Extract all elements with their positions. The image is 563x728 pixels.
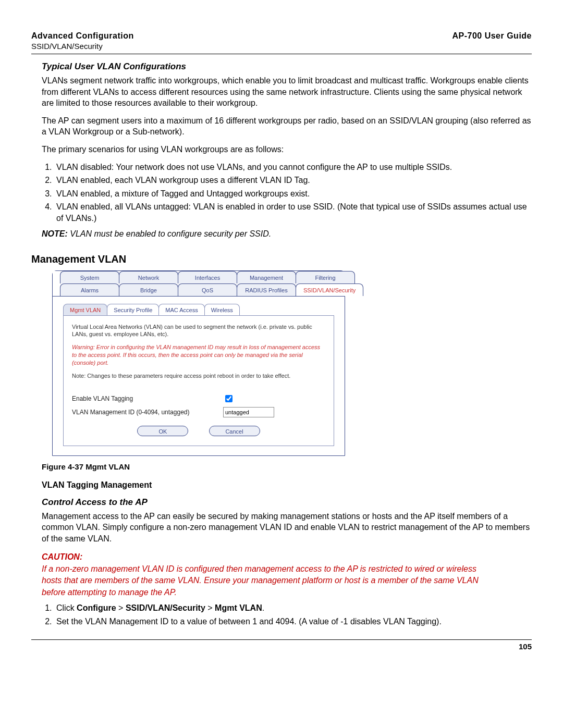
panel-warning: Warning: Error in configuring the VLAN m… [72, 343, 325, 367]
section-title: Advanced Configuration [31, 31, 134, 40]
typical-item-3: VLAN enabled, a mixture of Tagged and Un… [54, 188, 532, 200]
step1-b1: Configure [77, 603, 116, 612]
note-text: VLAN must be enabled to configure securi… [70, 229, 271, 238]
tab-qos[interactable]: QoS [178, 283, 237, 296]
panel-intro: Virtual Local Area Networks (VLAN) can b… [72, 323, 325, 339]
typical-heading: Typical User VLAN Configurations [42, 61, 532, 72]
step1-pre: Click [56, 603, 77, 612]
typical-p2: The AP can segment users into a maximum … [42, 115, 532, 138]
panel-note: Note: Changes to these parameters requir… [72, 372, 325, 380]
tab-ssid-vlan-security[interactable]: SSID/VLAN/Security [296, 283, 363, 296]
note-label: NOTE: [42, 229, 68, 238]
mgmt-vlan-heading: Management VLAN [31, 253, 532, 265]
label-enable-vlan-tagging: Enable VLAN Tagging [72, 395, 223, 402]
step-2: Set the VLAN Management ID to a value of… [54, 616, 532, 627]
typical-note: NOTE: VLAN must be enabled to configure … [42, 229, 532, 239]
subtab-wireless[interactable]: Wireless [204, 304, 240, 315]
running-header: Advanced Configuration AP-700 User Guide [31, 31, 532, 41]
subtab-mac-access[interactable]: MAC Access [158, 304, 204, 315]
control-access-paragraph: Management access to the AP can easily b… [42, 511, 532, 545]
step1-b3: Mgmt VLAN [215, 603, 262, 612]
typical-item-1: VLAN disabled: Your network does not use… [54, 162, 532, 173]
label-vlan-management-id: VLAN Management ID (0-4094, untagged) [72, 409, 223, 416]
subtab-mgmt-vlan[interactable]: Mgmt VLAN [63, 304, 107, 315]
typical-item-4: VLAN enabled, all VLANs untagged: VLAN i… [54, 201, 532, 224]
sub-tab-row: Mgmt VLAN Security Profile MAC Access Wi… [53, 296, 345, 315]
tab-system[interactable]: System [60, 271, 119, 283]
cancel-button[interactable]: Cancel [209, 426, 260, 436]
caution-block: CAUTION: If a non-zero management VLAN I… [42, 551, 532, 598]
figure-caption: Figure 4-37 Mgmt VLAN [42, 462, 532, 471]
step1-gt1: > [116, 603, 126, 612]
subsection-title: SSID/VLAN/Security [31, 42, 532, 51]
tab-filtering[interactable]: Filtering [296, 271, 355, 283]
typical-item-2: VLAN enabled, each VLAN workgroup uses a… [54, 175, 532, 186]
typical-p3: The primary scenarios for using VLAN wor… [42, 144, 532, 155]
checkbox-enable-vlan-tagging[interactable] [225, 395, 232, 402]
typical-p1: VLANs segment network traffic into workg… [42, 75, 532, 109]
typical-list: VLAN disabled: Your network does not use… [54, 162, 532, 224]
row-enable-vlan-tagging: Enable VLAN Tagging [72, 393, 325, 404]
step1-post: . [262, 603, 264, 612]
caution-text: If a non-zero management VLAN ID is conf… [42, 563, 485, 598]
vlan-tagging-heading: VLAN Tagging Management [42, 480, 532, 490]
control-access-heading: Control Access to the AP [42, 497, 532, 508]
top-tab-row-2: Alarms Bridge QoS RADIUS Profiles SSID/V… [53, 283, 345, 296]
tab-bridge[interactable]: Bridge [119, 283, 178, 296]
guide-title: AP-700 User Guide [452, 31, 532, 41]
tab-radius[interactable]: RADIUS Profiles [237, 283, 296, 296]
step1-b2: SSID/VLAN/Security [126, 603, 205, 612]
input-vlan-management-id[interactable] [223, 407, 274, 417]
tab-alarms[interactable]: Alarms [60, 283, 119, 296]
panel-button-row: OK Cancel [72, 426, 325, 436]
subtab-security-profile[interactable]: Security Profile [107, 304, 159, 315]
row-vlan-management-id: VLAN Management ID (0-4094, untagged) [72, 407, 325, 417]
steps-list: Click Configure > SSID/VLAN/Security > M… [54, 602, 532, 627]
page-number: 105 [31, 642, 532, 651]
header-rule [31, 54, 532, 54]
tab-interfaces[interactable]: Interfaces [178, 271, 237, 283]
step-1: Click Configure > SSID/VLAN/Security > M… [54, 602, 532, 614]
footer-rule [31, 639, 532, 640]
tab-management[interactable]: Management [237, 271, 296, 283]
step1-gt2: > [205, 603, 215, 612]
ok-button[interactable]: OK [137, 426, 188, 436]
mgmt-vlan-screenshot: System Network Interfaces Management Fil… [52, 270, 532, 456]
top-tab-row-1: System Network Interfaces Management Fil… [53, 271, 345, 283]
caution-label: CAUTION: [42, 551, 89, 563]
tab-network[interactable]: Network [119, 271, 178, 283]
panel-body: Virtual Local Area Networks (VLAN) can b… [63, 315, 334, 446]
